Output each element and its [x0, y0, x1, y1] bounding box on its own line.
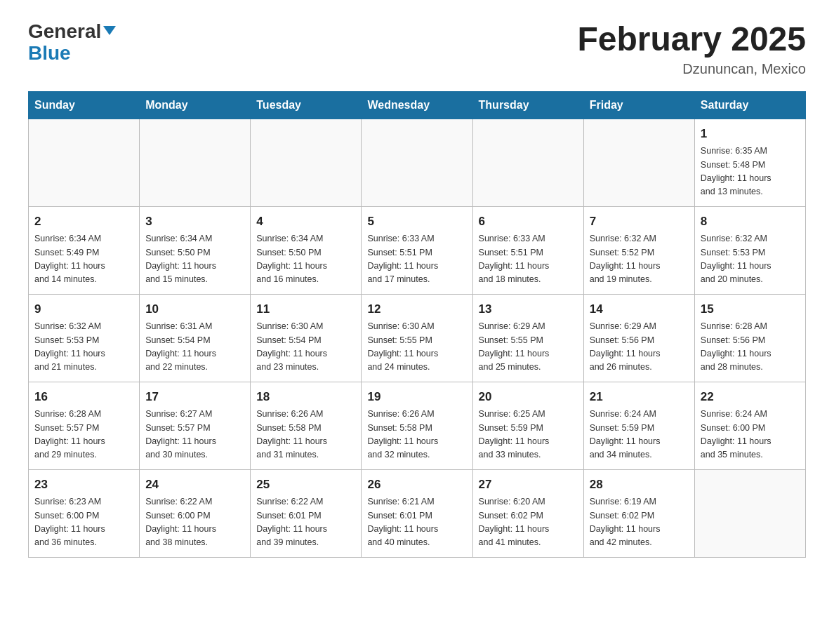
day-info: Sunrise: 6:27 AM Sunset: 5:57 PM Dayligh…	[145, 408, 244, 462]
day-info: Sunrise: 6:21 AM Sunset: 6:01 PM Dayligh…	[367, 495, 466, 550]
calendar-cell: 15Sunrise: 6:28 AM Sunset: 5:56 PM Dayli…	[694, 294, 805, 382]
calendar-cell: 7Sunrise: 6:32 AM Sunset: 5:52 PM Daylig…	[583, 206, 694, 294]
day-info: Sunrise: 6:29 AM Sunset: 5:55 PM Dayligh…	[479, 320, 578, 375]
day-number: 5	[367, 213, 466, 231]
day-info: Sunrise: 6:30 AM Sunset: 5:55 PM Dayligh…	[367, 320, 466, 375]
day-info: Sunrise: 6:26 AM Sunset: 5:58 PM Dayligh…	[256, 408, 355, 462]
day-number: 9	[34, 300, 133, 318]
title-area: February 2025 Dzununcan, Mexico	[577, 21, 806, 77]
day-number: 7	[590, 213, 689, 231]
weekday-header-monday: Monday	[140, 91, 251, 119]
calendar-cell: 28Sunrise: 6:19 AM Sunset: 6:02 PM Dayli…	[583, 469, 694, 557]
day-number: 25	[256, 476, 355, 494]
day-info: Sunrise: 6:34 AM Sunset: 5:50 PM Dayligh…	[256, 232, 355, 287]
calendar-cell	[140, 119, 251, 206]
day-info: Sunrise: 6:25 AM Sunset: 5:59 PM Dayligh…	[479, 408, 578, 462]
day-info: Sunrise: 6:32 AM Sunset: 5:53 PM Dayligh…	[34, 320, 133, 375]
day-info: Sunrise: 6:19 AM Sunset: 6:02 PM Dayligh…	[590, 495, 689, 550]
day-number: 13	[479, 300, 578, 318]
day-info: Sunrise: 6:34 AM Sunset: 5:50 PM Dayligh…	[145, 232, 244, 287]
location-text: Dzununcan, Mexico	[577, 61, 806, 77]
day-number: 16	[34, 388, 133, 406]
day-number: 26	[367, 476, 466, 494]
calendar-cell: 22Sunrise: 6:24 AM Sunset: 6:00 PM Dayli…	[694, 382, 805, 469]
day-number: 12	[367, 300, 466, 318]
day-number: 4	[256, 213, 355, 231]
calendar-cell: 17Sunrise: 6:27 AM Sunset: 5:57 PM Dayli…	[140, 382, 251, 469]
day-number: 20	[479, 388, 578, 406]
day-number: 17	[145, 388, 244, 406]
calendar-cell: 19Sunrise: 6:26 AM Sunset: 5:58 PM Dayli…	[362, 382, 472, 469]
calendar-week-row: 9Sunrise: 6:32 AM Sunset: 5:53 PM Daylig…	[29, 294, 806, 382]
calendar-cell	[29, 119, 140, 206]
calendar-week-row: 2Sunrise: 6:34 AM Sunset: 5:49 PM Daylig…	[29, 206, 806, 294]
day-number: 19	[367, 388, 466, 406]
calendar-cell	[583, 119, 694, 206]
calendar-cell: 5Sunrise: 6:33 AM Sunset: 5:51 PM Daylig…	[362, 206, 472, 294]
calendar-table: SundayMondayTuesdayWednesdayThursdayFrid…	[28, 91, 806, 558]
day-number: 14	[590, 300, 689, 318]
weekday-header-thursday: Thursday	[472, 91, 583, 119]
day-number: 28	[590, 476, 689, 494]
calendar-cell: 16Sunrise: 6:28 AM Sunset: 5:57 PM Dayli…	[29, 382, 140, 469]
day-info: Sunrise: 6:32 AM Sunset: 5:53 PM Dayligh…	[701, 232, 800, 287]
day-info: Sunrise: 6:24 AM Sunset: 5:59 PM Dayligh…	[590, 408, 689, 462]
day-info: Sunrise: 6:33 AM Sunset: 5:51 PM Dayligh…	[367, 232, 466, 287]
day-info: Sunrise: 6:20 AM Sunset: 6:02 PM Dayligh…	[479, 495, 578, 550]
calendar-cell: 27Sunrise: 6:20 AM Sunset: 6:02 PM Dayli…	[472, 469, 583, 557]
weekday-header-saturday: Saturday	[694, 91, 805, 119]
calendar-cell: 8Sunrise: 6:32 AM Sunset: 5:53 PM Daylig…	[694, 206, 805, 294]
calendar-cell	[362, 119, 472, 206]
calendar-cell: 26Sunrise: 6:21 AM Sunset: 6:01 PM Dayli…	[362, 469, 472, 557]
day-number: 6	[479, 213, 578, 231]
day-number: 8	[701, 213, 800, 231]
day-number: 15	[701, 300, 800, 318]
day-info: Sunrise: 6:22 AM Sunset: 6:00 PM Dayligh…	[145, 495, 244, 550]
day-number: 10	[145, 300, 244, 318]
day-number: 27	[479, 476, 578, 494]
day-info: Sunrise: 6:28 AM Sunset: 5:56 PM Dayligh…	[701, 320, 800, 375]
calendar-week-row: 16Sunrise: 6:28 AM Sunset: 5:57 PM Dayli…	[29, 382, 806, 469]
month-title: February 2025	[577, 21, 806, 58]
day-info: Sunrise: 6:30 AM Sunset: 5:54 PM Dayligh…	[256, 320, 355, 375]
calendar-cell: 12Sunrise: 6:30 AM Sunset: 5:55 PM Dayli…	[362, 294, 472, 382]
calendar-cell: 20Sunrise: 6:25 AM Sunset: 5:59 PM Dayli…	[472, 382, 583, 469]
calendar-cell: 1Sunrise: 6:35 AM Sunset: 5:48 PM Daylig…	[694, 119, 805, 206]
calendar-cell	[472, 119, 583, 206]
day-number: 24	[145, 476, 244, 494]
logo-arrow-icon	[103, 26, 116, 35]
calendar-cell	[694, 469, 805, 557]
calendar-cell: 24Sunrise: 6:22 AM Sunset: 6:00 PM Dayli…	[140, 469, 251, 557]
day-number: 11	[256, 300, 355, 318]
calendar-cell: 18Sunrise: 6:26 AM Sunset: 5:58 PM Dayli…	[251, 382, 362, 469]
weekday-header-sunday: Sunday	[29, 91, 140, 119]
day-number: 3	[145, 213, 244, 231]
calendar-cell: 4Sunrise: 6:34 AM Sunset: 5:50 PM Daylig…	[251, 206, 362, 294]
day-info: Sunrise: 6:34 AM Sunset: 5:49 PM Dayligh…	[34, 232, 133, 287]
calendar-week-row: 23Sunrise: 6:23 AM Sunset: 6:00 PM Dayli…	[29, 469, 806, 557]
day-number: 23	[34, 476, 133, 494]
day-info: Sunrise: 6:23 AM Sunset: 6:00 PM Dayligh…	[34, 495, 133, 550]
day-info: Sunrise: 6:35 AM Sunset: 5:48 PM Dayligh…	[701, 145, 800, 199]
calendar-cell: 2Sunrise: 6:34 AM Sunset: 5:49 PM Daylig…	[29, 206, 140, 294]
calendar-week-row: 1Sunrise: 6:35 AM Sunset: 5:48 PM Daylig…	[29, 119, 806, 206]
calendar-cell: 14Sunrise: 6:29 AM Sunset: 5:56 PM Dayli…	[583, 294, 694, 382]
calendar-cell: 21Sunrise: 6:24 AM Sunset: 5:59 PM Dayli…	[583, 382, 694, 469]
weekday-header-friday: Friday	[583, 91, 694, 119]
logo-general-text: General	[28, 21, 101, 43]
calendar-cell: 9Sunrise: 6:32 AM Sunset: 5:53 PM Daylig…	[29, 294, 140, 382]
day-number: 1	[701, 125, 800, 143]
day-info: Sunrise: 6:33 AM Sunset: 5:51 PM Dayligh…	[479, 232, 578, 287]
day-info: Sunrise: 6:32 AM Sunset: 5:52 PM Dayligh…	[590, 232, 689, 287]
page-header: General Blue February 2025 Dzununcan, Me…	[28, 21, 806, 77]
calendar-cell	[251, 119, 362, 206]
day-info: Sunrise: 6:28 AM Sunset: 5:57 PM Dayligh…	[34, 408, 133, 462]
day-info: Sunrise: 6:31 AM Sunset: 5:54 PM Dayligh…	[145, 320, 244, 375]
weekday-header-wednesday: Wednesday	[362, 91, 472, 119]
calendar-cell: 23Sunrise: 6:23 AM Sunset: 6:00 PM Dayli…	[29, 469, 140, 557]
calendar-cell: 10Sunrise: 6:31 AM Sunset: 5:54 PM Dayli…	[140, 294, 251, 382]
calendar-cell: 11Sunrise: 6:30 AM Sunset: 5:54 PM Dayli…	[251, 294, 362, 382]
weekday-header-row: SundayMondayTuesdayWednesdayThursdayFrid…	[29, 91, 806, 119]
day-number: 21	[590, 388, 689, 406]
calendar-cell: 3Sunrise: 6:34 AM Sunset: 5:50 PM Daylig…	[140, 206, 251, 294]
